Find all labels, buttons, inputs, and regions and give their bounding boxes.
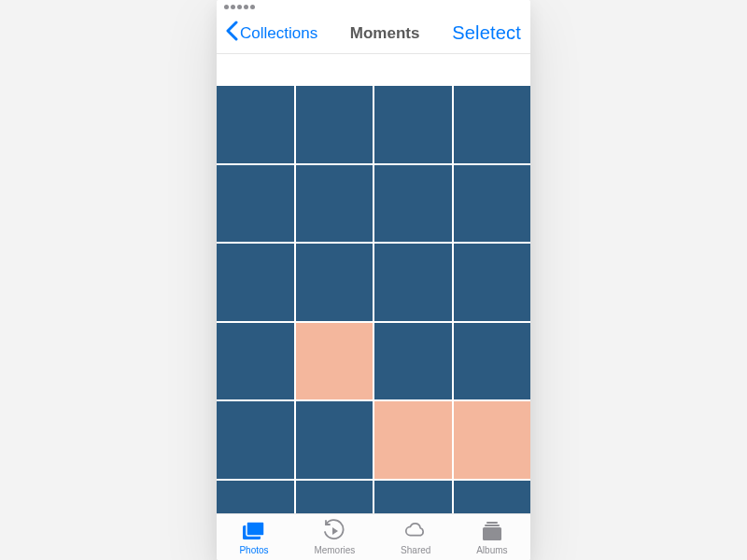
memories-icon [322, 519, 346, 543]
photo-thumbnail[interactable] [454, 165, 531, 243]
photo-thumbnail[interactable] [217, 401, 294, 479]
photo-thumbnail[interactable] [374, 481, 452, 514]
photo-grid [217, 86, 530, 513]
photos-icon [242, 519, 266, 543]
photo-thumbnail[interactable] [296, 165, 374, 243]
status-bar [217, 0, 530, 13]
photo-thumbnail[interactable] [296, 244, 374, 321]
tab-albums[interactable]: Albums [476, 519, 507, 555]
photo-thumbnail[interactable] [217, 481, 294, 514]
back-button[interactable]: Collections [226, 21, 317, 46]
photo-thumbnail[interactable] [217, 165, 294, 243]
albums-icon [480, 519, 504, 543]
stage: Collections Moments Seletect Photos [0, 0, 747, 560]
tab-shared[interactable]: Shared [401, 519, 430, 555]
photo-thumbnail[interactable] [454, 244, 531, 321]
tab-bar: Photos Memories Shared [217, 513, 530, 560]
svg-marker-2 [332, 527, 338, 535]
photo-thumbnail[interactable] [454, 323, 531, 400]
select-button[interactable]: Seletect [452, 22, 521, 44]
photo-thumbnail[interactable] [454, 86, 531, 163]
tab-label: Shared [401, 545, 430, 555]
svg-rect-5 [483, 527, 501, 540]
tab-photos[interactable]: Photos [239, 519, 268, 555]
tab-label: Photos [239, 545, 268, 555]
nav-bar: Collections Moments Seletect [217, 13, 530, 54]
photo-thumbnail[interactable] [217, 86, 294, 163]
photo-thumbnail[interactable] [296, 86, 374, 163]
page-title: Moments [350, 24, 420, 43]
signal-dots-icon [224, 5, 255, 9]
photo-thumbnail[interactable] [374, 165, 452, 243]
photo-thumbnail[interactable] [374, 401, 452, 479]
photo-thumbnail[interactable] [296, 323, 374, 400]
tab-label: Memories [314, 545, 355, 555]
photo-thumbnail[interactable] [296, 401, 374, 479]
photo-thumbnail[interactable] [454, 481, 531, 514]
chevron-left-icon [226, 21, 238, 46]
photo-thumbnail[interactable] [374, 323, 452, 400]
phone-frame: Collections Moments Seletect Photos [217, 0, 530, 560]
tab-memories[interactable]: Memories [314, 519, 355, 555]
photo-thumbnail[interactable] [217, 244, 294, 321]
svg-rect-3 [486, 522, 498, 524]
photo-thumbnail[interactable] [454, 401, 531, 479]
shared-icon [403, 519, 428, 543]
section-header-spacer [217, 54, 530, 86]
photo-thumbnail[interactable] [374, 244, 452, 321]
photo-thumbnail[interactable] [296, 481, 374, 514]
content-area [217, 54, 530, 513]
back-label: Collections [240, 24, 317, 43]
tab-label: Albums [476, 545, 507, 555]
svg-rect-1 [247, 522, 264, 536]
photo-thumbnail[interactable] [217, 323, 294, 400]
photo-thumbnail[interactable] [374, 86, 452, 163]
svg-rect-4 [485, 525, 500, 526]
